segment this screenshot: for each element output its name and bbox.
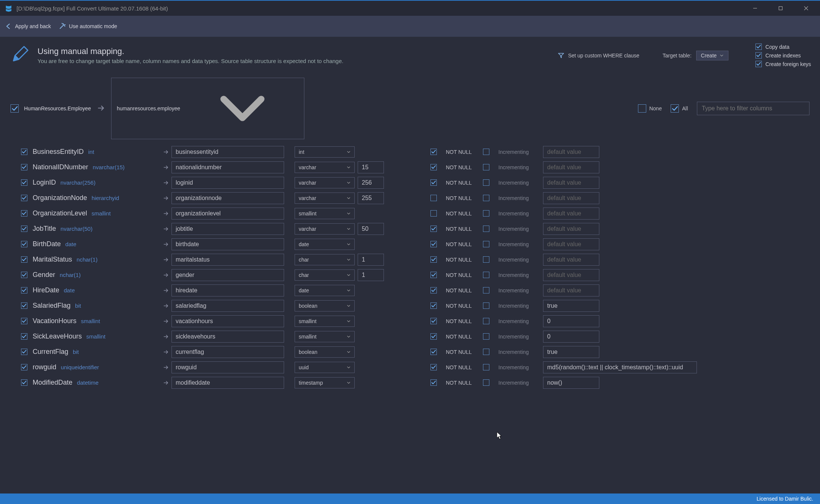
incrementing-checkbox[interactable]: Incrementing: [483, 333, 543, 340]
column-enable-checkbox[interactable]: [21, 318, 27, 324]
default-value-input[interactable]: [543, 300, 599, 312]
target-type-dropdown[interactable]: date: [295, 285, 355, 296]
notnull-checkbox[interactable]: NOT NULL: [430, 287, 483, 293]
incrementing-checkbox[interactable]: Incrementing: [483, 318, 543, 324]
incrementing-checkbox[interactable]: Incrementing: [483, 272, 543, 278]
target-table-mode-dropdown[interactable]: Create: [696, 51, 728, 60]
default-value-input[interactable]: [543, 331, 599, 343]
notnull-checkbox[interactable]: NOT NULL: [430, 149, 483, 155]
default-value-input[interactable]: [543, 238, 599, 250]
column-enable-checkbox[interactable]: [21, 287, 27, 293]
target-column-name-input[interactable]: [172, 346, 284, 358]
incrementing-checkbox[interactable]: Incrementing: [483, 149, 543, 155]
default-value-input[interactable]: [543, 361, 697, 373]
column-enable-checkbox[interactable]: [21, 226, 27, 232]
target-column-name-input[interactable]: [172, 208, 284, 220]
length-input[interactable]: [358, 192, 384, 204]
default-value-input[interactable]: [543, 315, 599, 327]
select-all-checkbox[interactable]: All: [671, 104, 688, 113]
create-indexes-checkbox[interactable]: Create indexes: [755, 52, 811, 59]
default-value-input[interactable]: [543, 377, 599, 389]
target-column-name-input[interactable]: [172, 331, 284, 343]
notnull-checkbox[interactable]: NOT NULL: [430, 349, 483, 355]
target-type-dropdown[interactable]: char: [295, 269, 355, 281]
column-enable-checkbox[interactable]: [21, 149, 27, 155]
incrementing-checkbox[interactable]: Incrementing: [483, 195, 543, 201]
maximize-button[interactable]: [772, 3, 789, 14]
target-type-dropdown[interactable]: varchar: [295, 193, 355, 204]
default-value-input[interactable]: [543, 208, 599, 220]
notnull-checkbox[interactable]: NOT NULL: [430, 164, 483, 170]
notnull-checkbox[interactable]: NOT NULL: [430, 302, 483, 309]
length-input[interactable]: [358, 269, 384, 281]
column-enable-checkbox[interactable]: [21, 379, 27, 386]
default-value-input[interactable]: [543, 254, 599, 266]
notnull-checkbox[interactable]: NOT NULL: [430, 195, 483, 201]
column-enable-checkbox[interactable]: [21, 179, 27, 186]
incrementing-checkbox[interactable]: Incrementing: [483, 287, 543, 293]
target-type-dropdown[interactable]: varchar: [295, 223, 355, 235]
target-column-name-input[interactable]: [172, 300, 284, 312]
incrementing-checkbox[interactable]: Incrementing: [483, 364, 543, 370]
target-column-name-input[interactable]: [172, 284, 284, 296]
column-enable-checkbox[interactable]: [21, 164, 27, 170]
target-column-name-input[interactable]: [172, 192, 284, 204]
column-enable-checkbox[interactable]: [21, 241, 27, 247]
length-input[interactable]: [358, 177, 384, 189]
target-column-name-input[interactable]: [172, 177, 284, 189]
target-type-dropdown[interactable]: boolean: [295, 300, 355, 311]
default-value-input[interactable]: [543, 177, 599, 189]
length-input[interactable]: [358, 161, 384, 173]
create-foreign-keys-checkbox[interactable]: Create foreign keys: [755, 61, 811, 67]
length-input[interactable]: [358, 254, 384, 266]
incrementing-checkbox[interactable]: Incrementing: [483, 210, 543, 217]
notnull-checkbox[interactable]: NOT NULL: [430, 179, 483, 186]
incrementing-checkbox[interactable]: Incrementing: [483, 379, 543, 386]
notnull-checkbox[interactable]: NOT NULL: [430, 241, 483, 247]
incrementing-checkbox[interactable]: Incrementing: [483, 256, 543, 263]
notnull-checkbox[interactable]: NOT NULL: [430, 364, 483, 370]
incrementing-checkbox[interactable]: Incrementing: [483, 179, 543, 186]
default-value-input[interactable]: [543, 269, 599, 281]
target-column-name-input[interactable]: [172, 315, 284, 327]
default-value-input[interactable]: [543, 223, 599, 235]
column-enable-checkbox[interactable]: [21, 364, 27, 370]
target-column-name-input[interactable]: [172, 161, 284, 173]
target-type-dropdown[interactable]: smallint: [295, 331, 355, 342]
target-type-dropdown[interactable]: uuid: [295, 362, 355, 373]
incrementing-checkbox[interactable]: Incrementing: [483, 164, 543, 170]
target-type-dropdown[interactable]: timestamp: [295, 377, 355, 388]
apply-and-back-button[interactable]: Apply and back: [5, 23, 51, 30]
copy-data-checkbox[interactable]: Copy data: [755, 44, 811, 50]
notnull-checkbox[interactable]: NOT NULL: [430, 379, 483, 386]
select-none-checkbox[interactable]: None: [638, 104, 662, 113]
where-clause-link[interactable]: Set up custom WHERE clause: [558, 52, 639, 59]
minimize-button[interactable]: [746, 3, 764, 14]
target-type-dropdown[interactable]: varchar: [295, 162, 355, 173]
default-value-input[interactable]: [543, 346, 599, 358]
filter-columns-input[interactable]: [697, 102, 809, 115]
target-column-name-input[interactable]: [172, 146, 284, 158]
column-enable-checkbox[interactable]: [21, 333, 27, 340]
target-type-dropdown[interactable]: date: [295, 239, 355, 250]
column-enable-checkbox[interactable]: [21, 210, 27, 217]
target-type-dropdown[interactable]: char: [295, 254, 355, 265]
notnull-checkbox[interactable]: NOT NULL: [430, 226, 483, 232]
use-automatic-mode-button[interactable]: Use automatic mode: [59, 23, 117, 30]
notnull-checkbox[interactable]: NOT NULL: [430, 333, 483, 340]
target-type-dropdown[interactable]: smallint: [295, 316, 355, 327]
target-table-dropdown[interactable]: humanresources.employee: [111, 78, 304, 139]
table-enable-checkbox[interactable]: [11, 104, 19, 113]
notnull-checkbox[interactable]: NOT NULL: [430, 272, 483, 278]
incrementing-checkbox[interactable]: Incrementing: [483, 302, 543, 309]
target-column-name-input[interactable]: [172, 377, 284, 389]
incrementing-checkbox[interactable]: Incrementing: [483, 349, 543, 355]
column-enable-checkbox[interactable]: [21, 272, 27, 278]
column-enable-checkbox[interactable]: [21, 302, 27, 309]
target-type-dropdown[interactable]: smallint: [295, 208, 355, 219]
incrementing-checkbox[interactable]: Incrementing: [483, 241, 543, 247]
target-column-name-input[interactable]: [172, 238, 284, 250]
target-column-name-input[interactable]: [172, 254, 284, 266]
column-enable-checkbox[interactable]: [21, 256, 27, 263]
target-type-dropdown[interactable]: boolean: [295, 346, 355, 358]
